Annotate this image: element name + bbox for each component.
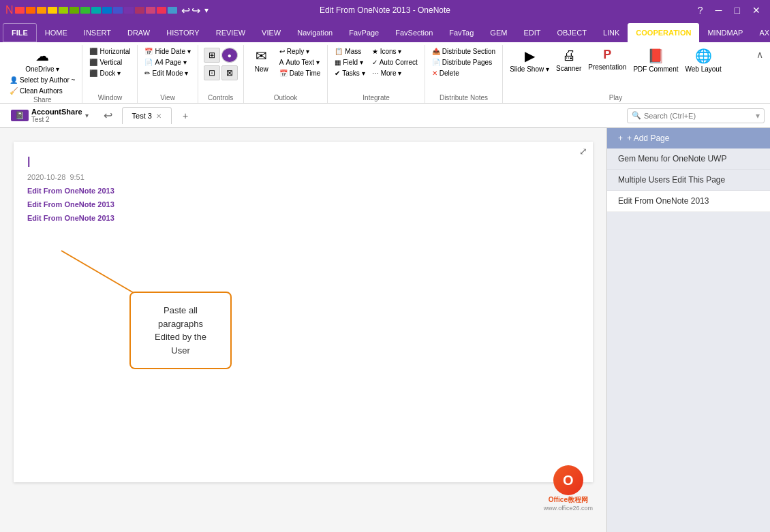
qa-icon-12[interactable]: [135, 7, 144, 14]
edit-mode-button[interactable]: ✏ Edit Mode ▾: [142, 68, 193, 78]
auto-text-button[interactable]: A Auto Text ▾: [277, 57, 324, 67]
tab-favpage[interactable]: FavPage: [341, 23, 387, 42]
qa-icon-7[interactable]: [80, 7, 90, 14]
minimize-button[interactable]: ─: [711, 3, 726, 17]
tab-object[interactable]: OBJECT: [549, 23, 594, 42]
qa-icon-9[interactable]: [102, 7, 112, 14]
more-button[interactable]: ⋯ More ▾: [369, 68, 420, 78]
tab-view[interactable]: VIEW: [253, 23, 289, 42]
add-page-button[interactable]: + + Add Page: [607, 128, 770, 148]
more-qa-btn[interactable]: ▾: [204, 5, 209, 15]
page-line-1: Edit From OneNote 2013: [27, 187, 579, 195]
hide-date-icon: 📅: [144, 48, 153, 55]
presentation-button[interactable]: P Presentation: [585, 46, 629, 72]
ctrl-btn-2[interactable]: ●: [221, 48, 238, 63]
page-list-item-3[interactable]: Edit From OneNote 2013: [607, 191, 770, 212]
ctrl-btn-4[interactable]: ⊠: [221, 65, 238, 80]
share-group-label: Share: [33, 96, 52, 105]
maximize-button[interactable]: □: [730, 3, 744, 17]
window-title: Edit From OneNote 2013 - OneNote: [320, 5, 450, 15]
tab-draw[interactable]: DRAW: [119, 23, 158, 42]
qa-icon-13[interactable]: [146, 7, 155, 14]
page-list-item-1[interactable]: Gem Menu for OneNote UWP: [607, 148, 770, 170]
tab-navigation[interactable]: Navigation: [289, 23, 341, 42]
help-button[interactable]: ?: [694, 3, 707, 17]
dock-button[interactable]: ⬛ Dock ▾: [87, 68, 133, 78]
reply-button[interactable]: ↩ Reply ▾: [277, 46, 324, 57]
ctrl-btn-1[interactable]: ⊞: [204, 48, 220, 63]
expand-button[interactable]: ⤢: [579, 146, 587, 157]
tab-favsection[interactable]: FavSection: [387, 23, 441, 42]
notebook-item[interactable]: 📓 AccountShare Test 2 ▾: [5, 105, 94, 126]
select-by-author-button[interactable]: 👤 Select by Author ~: [7, 75, 78, 85]
new-button[interactable]: ✉ New: [248, 46, 275, 74]
scanner-button[interactable]: 🖨 Scanner: [553, 46, 584, 74]
qa-icon-5[interactable]: [59, 7, 68, 14]
delete-button[interactable]: ✕ Delete: [429, 68, 498, 78]
slide-show-button[interactable]: ▶ Slide Show ▾: [507, 46, 552, 74]
play-group-label: Play: [609, 94, 622, 103]
distribute-section-button[interactable]: 📤 Distribute Section: [429, 46, 498, 57]
clean-authors-button[interactable]: 🧹 Clean Authors: [7, 86, 78, 96]
tab-mindmap[interactable]: MINDMAP: [699, 23, 751, 42]
hide-date-button[interactable]: 📅 Hide Date ▾: [142, 46, 193, 57]
web-layout-button[interactable]: 🌐 Web Layout: [683, 46, 724, 74]
tab-review[interactable]: REVIEW: [208, 23, 253, 42]
qa-icon-1[interactable]: [15, 7, 25, 14]
tab-home[interactable]: HOME: [37, 23, 76, 42]
vertical-button[interactable]: ⬛ Vertical: [87, 57, 133, 67]
date-time-button[interactable]: 📅 Date Time: [277, 68, 324, 78]
ribbon-collapse-button[interactable]: ∧: [752, 48, 767, 61]
qa-icon-15[interactable]: [168, 7, 177, 14]
ribbon-group-play: ▶ Slide Show ▾ 🖨 Scanner P Presentation …: [503, 45, 728, 103]
page-content-area[interactable]: ⤢ | 2020-10-28 9:51 Edit From OneNote 20…: [0, 128, 606, 532]
horizontal-icon: ⬛: [89, 48, 97, 55]
distribute-pages-button[interactable]: 📄 Distribute Pages: [429, 57, 498, 67]
qa-icon-2[interactable]: [26, 7, 35, 14]
tab-edit[interactable]: EDIT: [515, 23, 549, 42]
undo-button[interactable]: ↩: [99, 108, 117, 123]
qa-icon-4[interactable]: [48, 7, 57, 14]
callout-text: Paste all paragraphs Edited by the User: [155, 305, 206, 356]
tab-history[interactable]: HISTORY: [158, 23, 208, 42]
title-bar-controls: ? ─ □ ✕: [694, 3, 765, 17]
qa-icon-10[interactable]: [113, 7, 123, 14]
ribbon-group-share: ☁ OneDrive ▾ 👤 Select by Author ~ 🧹 Clea…: [3, 45, 82, 103]
close-button[interactable]: ✕: [748, 3, 765, 17]
tab-insert[interactable]: INSERT: [76, 23, 119, 42]
a4-page-button[interactable]: 📄 A4 Page ▾: [142, 57, 193, 67]
tab-file[interactable]: FILE: [3, 23, 37, 42]
add-tab-button[interactable]: +: [177, 108, 194, 124]
qa-icon-11[interactable]: [124, 7, 134, 14]
search-dropdown-icon[interactable]: ▾: [756, 111, 760, 121]
qa-icon-6[interactable]: [70, 7, 79, 14]
tab-gem[interactable]: GEM: [482, 23, 515, 42]
qa-icon-8[interactable]: [91, 7, 101, 14]
auto-correct-button[interactable]: ✓ Auto Correct: [369, 57, 420, 67]
search-input[interactable]: [644, 112, 753, 120]
page-list-item-2[interactable]: Multiple Users Edit This Page: [607, 170, 770, 191]
pdf-comment-button[interactable]: 📕 PDF Comment: [630, 46, 681, 74]
tab-favtag[interactable]: FavTag: [441, 23, 482, 42]
tab-test3[interactable]: Test 3 ✕: [122, 107, 172, 124]
tasks-icon: ✔: [335, 69, 340, 77]
horizontal-button[interactable]: ⬛ Horizontal: [87, 46, 133, 57]
window-group-label: Window: [98, 94, 123, 103]
ctrl-btn-3[interactable]: ⊡: [204, 65, 220, 80]
tab-cooperation[interactable]: COOPERATION: [628, 23, 699, 42]
mass-button[interactable]: 📋 Mass: [332, 46, 367, 57]
undo-btn[interactable]: ↩: [181, 4, 190, 17]
tasks-button[interactable]: ✔ Tasks ▾: [332, 68, 367, 78]
tab-axis[interactable]: AXIS: [751, 23, 770, 42]
qa-icon-14[interactable]: [157, 7, 166, 14]
tab-test3-close[interactable]: ✕: [156, 112, 161, 120]
onedrive-button[interactable]: ☁ OneDrive ▾: [7, 46, 78, 74]
pdf-comment-label: PDF Comment: [633, 65, 678, 73]
field-button[interactable]: ▦ Field ▾: [332, 57, 367, 67]
outlook-group-content: ✉ New ↩ Reply ▾ A Auto Text ▾ 📅 Date Tim…: [248, 46, 324, 94]
scanner-icon: 🖨: [562, 48, 576, 63]
icons-button[interactable]: ★ Icons ▾: [369, 46, 420, 57]
redo-btn[interactable]: ↪: [191, 4, 200, 17]
tab-link[interactable]: LINK: [595, 23, 628, 42]
qa-icon-3[interactable]: [37, 7, 46, 14]
